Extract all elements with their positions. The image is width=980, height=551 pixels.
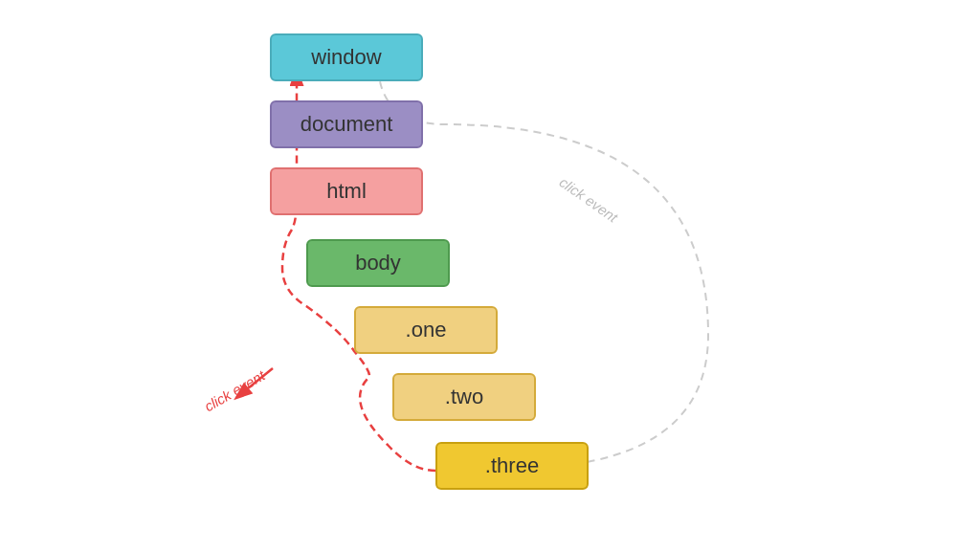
node-html-label: html bbox=[326, 179, 367, 204]
diagram: window document html body .one .two .thr… bbox=[0, 0, 980, 551]
node-body: body bbox=[306, 239, 450, 287]
node-body-label: body bbox=[355, 251, 401, 276]
node-window-label: window bbox=[311, 45, 381, 70]
node-two-label: .two bbox=[445, 385, 483, 409]
node-window: window bbox=[270, 33, 423, 81]
node-document: document bbox=[270, 100, 423, 148]
node-document-label: document bbox=[301, 112, 393, 137]
node-three-label: .three bbox=[485, 453, 539, 478]
click-event-red-label: click event bbox=[201, 367, 267, 415]
click-event-gray-label: click event bbox=[556, 173, 620, 225]
node-two: .two bbox=[392, 373, 536, 421]
node-three: .three bbox=[435, 442, 589, 490]
node-html: html bbox=[270, 167, 423, 215]
node-one: .one bbox=[354, 306, 498, 354]
node-one-label: .one bbox=[406, 318, 447, 342]
